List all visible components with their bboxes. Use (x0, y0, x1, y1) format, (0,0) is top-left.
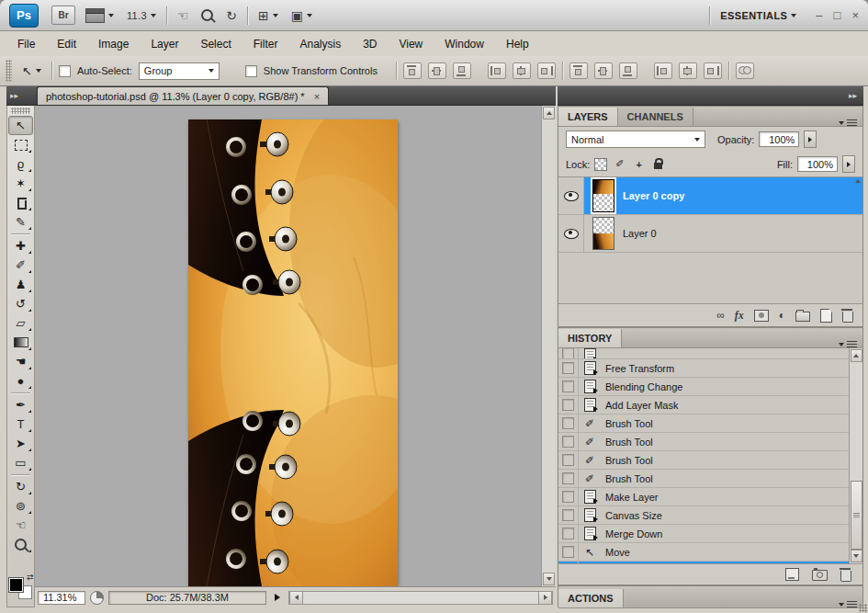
layer-thumbnail[interactable] (592, 217, 614, 250)
dock-collapse-button[interactable]: ▸▸ (558, 86, 863, 106)
show-transform-controls-checkbox[interactable] (245, 65, 257, 77)
history-item[interactable]: Free Transform (558, 359, 849, 378)
panel-resize-grip[interactable] (859, 604, 867, 612)
lock-position-icon[interactable]: + (632, 157, 646, 171)
align-vertical-centers-icon[interactable] (428, 62, 446, 79)
opacity-field[interactable]: 100% (759, 131, 799, 147)
distribute-right-edges-icon[interactable] (704, 62, 722, 79)
scroll-down-button[interactable] (543, 573, 555, 585)
spot-healing-brush-tool[interactable]: ✚ (8, 236, 33, 255)
layer-style-button[interactable]: fx (735, 309, 744, 323)
opacity-slider-button[interactable] (804, 131, 817, 148)
path-selection-tool[interactable]: ➤ (8, 434, 33, 453)
distribute-bottom-edges-icon[interactable] (619, 62, 637, 79)
zoom-tool[interactable] (8, 535, 33, 554)
adjustment-layer-button[interactable]: ◐ (779, 309, 785, 322)
history-source-checkbox[interactable] (562, 417, 574, 429)
crop-tool[interactable] (8, 193, 33, 212)
history-source-checkbox[interactable] (562, 509, 574, 521)
color-swatches[interactable]: ⇄ (9, 575, 33, 599)
add-layer-mask-button[interactable] (754, 310, 769, 322)
scroll-up-button[interactable] (543, 107, 555, 119)
align-horizontal-centers-icon[interactable] (513, 62, 531, 79)
history-source-checkbox[interactable] (562, 454, 574, 466)
history-source-checkbox[interactable] (562, 362, 574, 374)
menu-filter[interactable]: Filter (243, 35, 288, 53)
align-right-edges-icon[interactable] (537, 62, 556, 79)
history-item-clipped[interactable] (558, 348, 849, 359)
history-source-checkbox[interactable] (562, 491, 574, 503)
history-item[interactable]: ✐ Brush Tool (558, 414, 849, 433)
auto-select-checkbox[interactable] (59, 65, 71, 77)
3d-rotate-tool[interactable]: ↻ (8, 477, 33, 496)
menu-edit[interactable]: Edit (47, 35, 86, 53)
new-group-button[interactable] (795, 309, 810, 322)
layers-panel-menu-button[interactable] (839, 119, 857, 126)
eyedropper-tool[interactable]: ✎ (8, 212, 33, 232)
history-item[interactable]: ✐ Brush Tool (558, 470, 849, 488)
distribute-horizontal-centers-icon[interactable] (679, 62, 697, 79)
layer-name[interactable]: Layer 0 (623, 228, 657, 239)
hand-tool[interactable]: ☜ (8, 516, 33, 535)
zoom-level-button[interactable]: 11.3 (124, 10, 159, 21)
document-canvas[interactable] (188, 119, 398, 586)
history-panel-menu-button[interactable] (839, 341, 857, 347)
scroll-right-button[interactable] (538, 592, 552, 604)
fill-slider-button[interactable] (842, 155, 855, 173)
history-source-checkbox[interactable] (562, 348, 574, 359)
move-tool[interactable]: ↖ (8, 116, 33, 135)
tab-close-icon[interactable]: × (314, 91, 320, 102)
history-source-checkbox[interactable] (562, 380, 574, 392)
workspace-switcher[interactable]: ESSENTIALS (717, 10, 799, 21)
lock-transparency-icon[interactable] (594, 158, 607, 171)
rotate-view-button[interactable]: ↻ (223, 8, 240, 23)
document-tab[interactable]: photoshop-tutorial.psd @ 11.3% (Layer 0 … (37, 86, 329, 105)
layers-scroll-up-icon[interactable] (855, 179, 861, 183)
type-tool[interactable]: T (8, 414, 33, 434)
distribute-left-edges-icon[interactable] (654, 62, 672, 79)
history-item[interactable]: Canvas Size (558, 506, 849, 525)
options-bar-grip[interactable] (6, 60, 12, 82)
gradient-tool[interactable] (8, 333, 33, 352)
tab-actions[interactable]: ACTIONS (558, 589, 624, 607)
history-item[interactable]: Make Layer (558, 488, 849, 506)
layer-thumbnail[interactable] (592, 179, 614, 212)
clone-stamp-tool[interactable]: ♟ (8, 275, 33, 294)
tools-collapse-button[interactable]: ▸▸ (6, 86, 35, 106)
blend-mode-dropdown[interactable]: Normal (566, 131, 705, 148)
eraser-tool[interactable]: ▱ (8, 313, 33, 333)
tab-history[interactable]: HISTORY (558, 329, 622, 347)
scroll-left-button[interactable] (289, 592, 303, 604)
history-item-selected[interactable]: Flip Vertical (558, 562, 849, 563)
align-top-edges-icon[interactable] (403, 62, 422, 79)
auto-select-dropdown[interactable]: Group (139, 62, 220, 80)
screen-mode-button[interactable]: ▣ (288, 8, 315, 23)
history-item[interactable]: Add Layer Mask (558, 396, 849, 414)
canvas-area[interactable] (35, 106, 541, 586)
shape-tool[interactable]: ▭ (8, 453, 33, 472)
view-extras-button[interactable] (83, 8, 117, 23)
menu-image[interactable]: Image (88, 35, 139, 53)
menu-file[interactable]: File (7, 35, 45, 53)
align-left-edges-icon[interactable] (488, 62, 506, 79)
lock-pixels-icon[interactable]: ✐ (613, 157, 626, 171)
history-item[interactable]: Merge Down (558, 525, 849, 543)
history-item[interactable]: ✐ Brush Tool (558, 451, 849, 470)
horizontal-scrollbar[interactable] (288, 591, 553, 605)
close-button[interactable]: × (851, 8, 859, 22)
auto-align-layers-icon[interactable] (736, 62, 754, 79)
fill-field[interactable]: 100% (797, 156, 838, 172)
dodge-tool[interactable]: ● (8, 371, 33, 391)
menu-3d[interactable]: 3D (353, 35, 387, 53)
new-document-from-state-button[interactable] (785, 568, 799, 581)
swap-colors-icon[interactable]: ⇄ (27, 573, 34, 582)
tab-channels[interactable]: CHANNELS (618, 108, 693, 126)
distribute-top-edges-icon[interactable] (569, 62, 588, 79)
3d-orbit-tool[interactable]: ⊚ (8, 496, 33, 516)
brush-tool[interactable]: ✐ (8, 255, 33, 275)
delete-state-button[interactable] (840, 568, 851, 582)
history-source-checkbox[interactable] (562, 546, 574, 558)
current-tool-preset[interactable]: ↖ (18, 62, 45, 80)
tab-layers[interactable]: LAYERS (558, 108, 618, 126)
history-brush-tool[interactable]: ↺ (8, 294, 33, 313)
